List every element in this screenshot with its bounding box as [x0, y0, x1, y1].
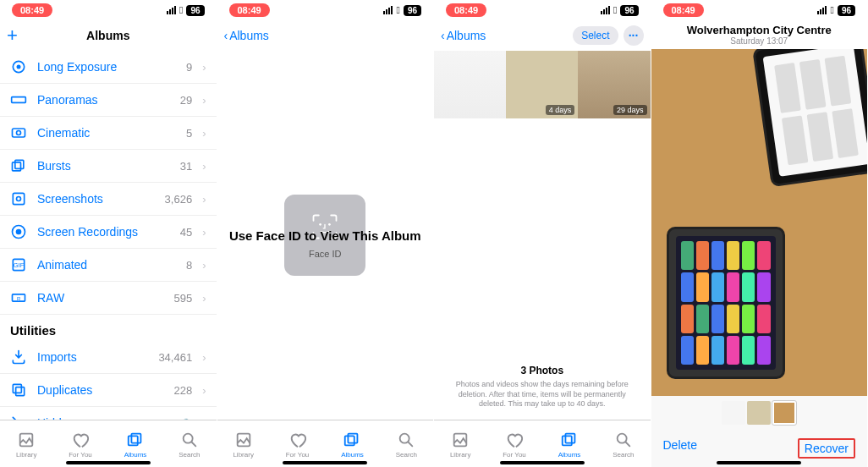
- faceid-label: Face ID: [309, 249, 342, 259]
- chevron-right-icon: ›: [202, 193, 206, 206]
- tab-label: Albums: [558, 451, 581, 459]
- select-button[interactable]: Select: [573, 26, 618, 45]
- album-row[interactable]: Hidden 🔒 ›: [0, 407, 217, 420]
- album-row[interactable]: Screen Recordings 45 ›: [0, 216, 217, 249]
- screen-faceid: 08:49 􀙇 96 ‹ Albums Use Face ID to View …: [217, 0, 435, 467]
- photo-viewer[interactable]: [651, 49, 868, 396]
- albums-icon: [126, 431, 145, 449]
- album-row[interactable]: Imports 34,461 ›: [0, 341, 217, 374]
- strip-thumbnail[interactable]: [747, 401, 771, 425]
- chevron-right-icon: ›: [202, 292, 206, 305]
- home-indicator[interactable]: [283, 461, 367, 464]
- tab-albums[interactable]: Albums: [124, 431, 147, 459]
- photo-location: Wolverhampton City Centre: [651, 24, 868, 36]
- search-icon: [180, 431, 199, 449]
- library-icon: [234, 431, 253, 449]
- svg-rect-5: [13, 162, 21, 171]
- tab-search[interactable]: Search: [613, 431, 634, 459]
- thumbnail-grid: 4 days 29 days: [434, 51, 651, 118]
- strip-thumbnail[interactable]: [772, 401, 796, 425]
- library-icon: [451, 431, 470, 449]
- tab-foryou[interactable]: For You: [286, 431, 310, 459]
- raw-icon: R: [10, 289, 27, 306]
- chevron-right-icon: ›: [202, 226, 206, 239]
- svg-rect-25: [349, 434, 358, 443]
- faceid-prompt: Use Face ID to View This Album Face ID: [217, 51, 434, 420]
- add-button[interactable]: +: [7, 25, 18, 47]
- home-indicator[interactable]: [717, 461, 801, 464]
- deletion-info: 3 Photos Photos and videos show the days…: [434, 365, 651, 420]
- cellular-icon: [817, 6, 827, 14]
- home-indicator[interactable]: [500, 461, 585, 464]
- svg-rect-29: [565, 434, 574, 443]
- animated-icon: GIF: [10, 256, 27, 273]
- back-button[interactable]: ‹ Albums: [441, 29, 486, 42]
- status-bar: 08:49 􀙇 96: [434, 0, 651, 20]
- tab-search[interactable]: Search: [179, 431, 200, 459]
- tab-albums[interactable]: Albums: [341, 431, 364, 459]
- screen-photo-detail: 08:49 􀙇 96 Wolverhampton City Centre Sat…: [651, 0, 869, 467]
- nav-bar: ‹ Albums: [217, 20, 434, 51]
- tab-albums[interactable]: Albums: [558, 431, 581, 459]
- svg-point-10: [16, 229, 22, 235]
- photo-thumbnail[interactable]: [434, 51, 506, 118]
- album-row[interactable]: Cinematic 5 ›: [0, 117, 217, 150]
- album-row[interactable]: Duplicates 228 ›: [0, 374, 217, 407]
- row-label: Screen Recordings: [37, 225, 170, 239]
- album-row[interactable]: Panoramas 29 ›: [0, 84, 217, 117]
- more-button[interactable]: ···: [624, 25, 644, 46]
- svg-point-8: [17, 197, 21, 201]
- row-label: Long Exposure: [37, 60, 176, 74]
- album-row[interactable]: R RAW 595 ›: [0, 282, 217, 315]
- tab-label: For You: [69, 451, 92, 459]
- chevron-right-icon: ›: [202, 127, 206, 140]
- album-row[interactable]: Bursts 31 ›: [0, 150, 217, 183]
- album-row[interactable]: GIF Animated 8 ›: [0, 249, 217, 282]
- album-list[interactable]: Long Exposure 9 › Panoramas 29 › Cinemat…: [0, 51, 217, 420]
- photo-content: [667, 227, 785, 379]
- tab-search[interactable]: Search: [396, 431, 417, 459]
- row-count: 595: [173, 292, 192, 305]
- tab-label: Library: [233, 451, 253, 459]
- svg-rect-3: [13, 129, 25, 137]
- tab-foryou[interactable]: For You: [503, 431, 526, 459]
- status-right: 􀙇 96: [817, 4, 855, 16]
- row-label: Bursts: [37, 159, 170, 173]
- album-row[interactable]: Screenshots 3,626 ›: [0, 183, 217, 216]
- back-label: Albums: [447, 29, 486, 42]
- wifi-icon: 􀙇: [396, 4, 399, 16]
- photo-thumbnail[interactable]: 4 days: [506, 51, 578, 118]
- row-label: RAW: [37, 291, 163, 305]
- battery-icon: 96: [404, 5, 421, 16]
- tab-foryou[interactable]: For You: [69, 431, 92, 459]
- svg-text:R: R: [17, 296, 20, 301]
- svg-text:GIF: GIF: [14, 261, 25, 269]
- row-count: 8: [186, 259, 192, 272]
- tab-label: Search: [179, 451, 200, 459]
- tab-label: Albums: [341, 451, 364, 459]
- albums-icon: [560, 431, 579, 449]
- photo-thumbnail[interactable]: 29 days: [578, 51, 650, 118]
- row-count: 5: [186, 127, 192, 140]
- tab-library[interactable]: Library: [450, 431, 470, 459]
- delete-button[interactable]: Delete: [663, 438, 697, 459]
- chevron-right-icon: ›: [202, 351, 206, 364]
- home-indicator[interactable]: [66, 461, 151, 464]
- days-badge: 29 days: [613, 105, 647, 115]
- days-badge: 4 days: [546, 105, 575, 115]
- recover-button[interactable]: Recover: [798, 438, 855, 459]
- tab-library[interactable]: Library: [233, 431, 253, 459]
- back-button[interactable]: ‹ Albums: [224, 29, 269, 42]
- album-row[interactable]: Long Exposure 9 ›: [0, 51, 217, 84]
- tab-library[interactable]: Library: [16, 431, 36, 459]
- imports-icon: [10, 349, 27, 365]
- status-bar: 08:49 􀙇 96: [0, 0, 217, 20]
- svg-rect-28: [563, 436, 572, 445]
- thumbnail-strip[interactable]: [651, 396, 868, 430]
- svg-rect-6: [15, 160, 24, 168]
- chevron-right-icon: ›: [202, 61, 206, 74]
- tab-label: For You: [286, 451, 310, 459]
- strip-thumbnail[interactable]: [722, 401, 745, 425]
- tab-label: Search: [613, 451, 634, 459]
- row-label: Panoramas: [37, 93, 170, 107]
